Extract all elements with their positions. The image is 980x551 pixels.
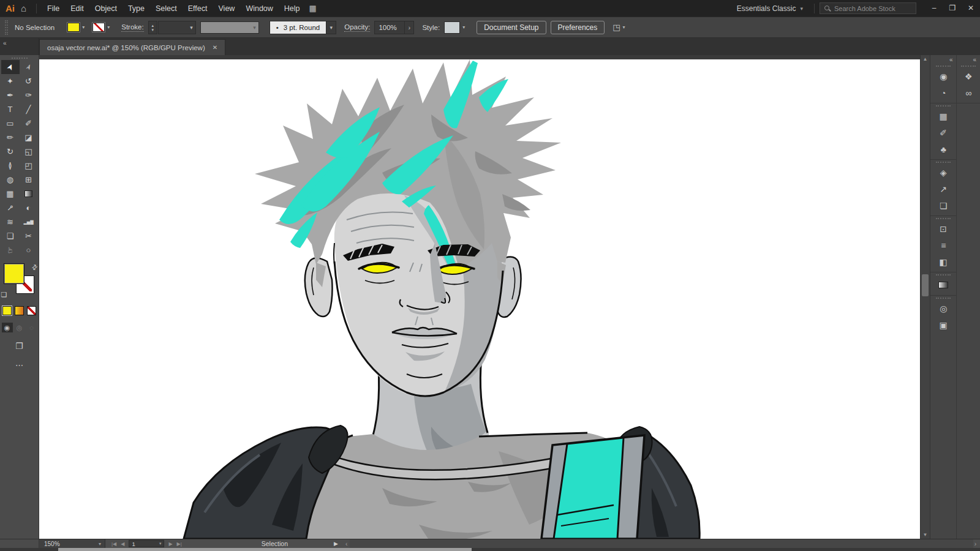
perspective-grid-tool[interactable]: ⊞ — [20, 173, 38, 187]
menu-type[interactable]: Type — [123, 1, 150, 16]
menu-object[interactable]: Object — [89, 1, 123, 16]
dock-collapse-icon[interactable]: « — [957, 55, 980, 64]
panel-grip[interactable] — [936, 298, 951, 299]
stroke-width-stepper[interactable]: ▴ ▾ — [148, 21, 157, 34]
previous-artboard-icon[interactable]: ◀ — [121, 541, 124, 547]
fill-indicator[interactable] — [4, 263, 24, 284]
default-fill-stroke-icon[interactable]: ❏ — [1, 291, 7, 299]
app-logo[interactable]: Ai — [6, 3, 15, 13]
zoom-tool[interactable]: ○ — [20, 243, 38, 257]
graphic-styles-panel[interactable]: ▣ — [940, 317, 948, 333]
preferences-button[interactable]: Preferences — [551, 21, 605, 34]
horizontal-scrollbar[interactable] — [0, 548, 980, 551]
stroke-color-swatch[interactable] — [92, 23, 105, 32]
scroll-up-icon[interactable]: ▲ — [921, 56, 930, 62]
panel-grip[interactable] — [5, 20, 8, 35]
menu-file[interactable]: File — [42, 1, 65, 16]
pathfinder-panel[interactable]: ◧ — [940, 253, 948, 270]
gradient-tool[interactable] — [20, 187, 38, 201]
opacity-expand-button[interactable]: › — [405, 21, 414, 34]
color-swatch-yellow[interactable] — [2, 306, 12, 315]
stroke-label[interactable]: Stroke: — [121, 23, 143, 32]
minimize-button[interactable]: – — [925, 0, 943, 17]
shaper-tool[interactable]: ✏ — [1, 130, 20, 144]
panel-grip[interactable] — [12, 58, 28, 59]
document-setup-button[interactable]: Document Setup — [477, 21, 546, 34]
panel-grip[interactable] — [936, 105, 951, 107]
gradient-swatch[interactable] — [15, 306, 24, 315]
hand-tool[interactable]: ☞ — [1, 243, 20, 257]
shape-builder-tool[interactable]: ◍ — [1, 173, 20, 187]
menu-view[interactable]: View — [213, 1, 241, 16]
color-guide-panel[interactable]: ◔ — [941, 84, 946, 101]
lasso-tool[interactable]: ↺ — [20, 74, 38, 88]
magic-wand-tool[interactable]: ✦ — [1, 74, 20, 88]
home-icon[interactable]: ⌂ — [21, 3, 26, 13]
direct-selection-tool[interactable]: ➢ — [20, 60, 38, 74]
width-tool[interactable]: ≬ — [1, 159, 20, 173]
first-artboard-icon[interactable]: |◀ — [111, 541, 116, 547]
rectangle-tool[interactable]: ▭ — [1, 116, 20, 130]
blend-tool[interactable]: ◐ — [20, 201, 38, 215]
eraser-tool[interactable]: ◪ — [20, 130, 38, 144]
slice-tool[interactable]: ✂ — [20, 229, 38, 243]
menu-help[interactable]: Help — [279, 1, 306, 16]
opacity-field[interactable]: 100% — [374, 21, 405, 34]
swap-fill-stroke-icon[interactable]: ⇄ — [30, 263, 39, 272]
cc-libraries-panel[interactable]: ∞ — [965, 84, 971, 101]
gradient-panel[interactable] — [938, 277, 948, 293]
last-artboard-icon[interactable]: ▶| — [177, 541, 182, 547]
brushes-panel[interactable]: ✐ — [940, 124, 947, 141]
canvas[interactable] — [39, 55, 920, 539]
scroll-right-icon[interactable]: › — [973, 541, 980, 547]
document-tab[interactable]: osaja vector new.ai* @ 150% (RGB/GPU Pre… — [39, 39, 225, 55]
type-tool[interactable]: T — [1, 102, 20, 116]
scale-tool[interactable]: ◱ — [20, 144, 38, 159]
layers-panel[interactable]: ◈ — [940, 164, 947, 181]
stepper-up-icon[interactable]: ▴ — [151, 23, 154, 28]
column-graph-tool[interactable]: ▂▅▇ — [20, 215, 38, 229]
mesh-tool[interactable]: ▦ — [1, 187, 20, 201]
chevron-down-icon[interactable]: ▾ — [462, 24, 465, 30]
width-profile-dropdown[interactable]: ▾ — [200, 21, 259, 34]
artboard-number-dropdown[interactable]: 1 ▾ — [129, 540, 164, 547]
brush-definition-dropdown[interactable]: • 3 pt. Round — [270, 21, 327, 34]
selection-tool[interactable]: ➤ — [1, 60, 20, 74]
artboard-tool[interactable]: ❏ — [1, 229, 20, 243]
vertical-scrollbar-thumb[interactable] — [922, 274, 929, 296]
chevron-down-icon[interactable]: ▾ — [623, 24, 625, 30]
chevron-down-icon[interactable]: ▾ — [82, 24, 85, 30]
appearance-panel[interactable]: ◎ — [940, 300, 947, 317]
scroll-down-icon[interactable]: ▼ — [921, 532, 930, 538]
menu-select[interactable]: Select — [150, 1, 183, 16]
style-dropdown[interactable] — [444, 21, 460, 34]
menu-edit[interactable]: Edit — [65, 1, 89, 16]
paintbrush-tool[interactable]: ✐ — [20, 116, 38, 130]
draw-normal-icon[interactable]: ◉ — [2, 323, 13, 332]
fill-color-swatch[interactable] — [67, 23, 80, 32]
export-panel[interactable]: ↗ — [940, 181, 947, 197]
eyedropper-tool[interactable]: ⊸ — [1, 201, 20, 215]
draw-behind-icon[interactable]: ◎ — [14, 323, 25, 332]
libraries-panel[interactable]: ❖ — [965, 68, 973, 84]
color-panel[interactable]: ◉ — [940, 68, 947, 84]
scroll-left-icon[interactable]: ‹ — [345, 541, 347, 547]
rotate-tool[interactable]: ↻ — [1, 144, 20, 159]
search-input[interactable]: Search Adobe Stock — [820, 2, 916, 14]
panel-grip[interactable] — [936, 218, 951, 219]
restore-button[interactable]: ❐ — [943, 0, 962, 17]
panel-grip[interactable] — [936, 66, 951, 67]
free-transform-tool[interactable]: ◰ — [20, 159, 38, 173]
horizontal-scroll-track[interactable] — [350, 539, 973, 548]
close-tab-icon[interactable]: ✕ — [213, 44, 217, 51]
vertical-scrollbar[interactable]: ▲ ▼ — [920, 55, 930, 539]
artboards-panel[interactable]: ❏ — [940, 197, 948, 214]
chevron-down-icon[interactable]: ▾ — [326, 21, 336, 34]
menu-window[interactable]: Window — [240, 1, 278, 16]
transform-panel[interactable]: ⊡ — [940, 220, 947, 237]
status-options-icon[interactable]: ▶ — [334, 541, 338, 547]
zoom-level-dropdown[interactable]: 150% ▾ — [39, 539, 105, 548]
horizontal-scrollbar-thumb[interactable] — [58, 548, 472, 551]
chevron-down-icon[interactable]: ▾ — [107, 24, 110, 30]
more-tools-icon[interactable]: ⋯ — [15, 361, 23, 370]
